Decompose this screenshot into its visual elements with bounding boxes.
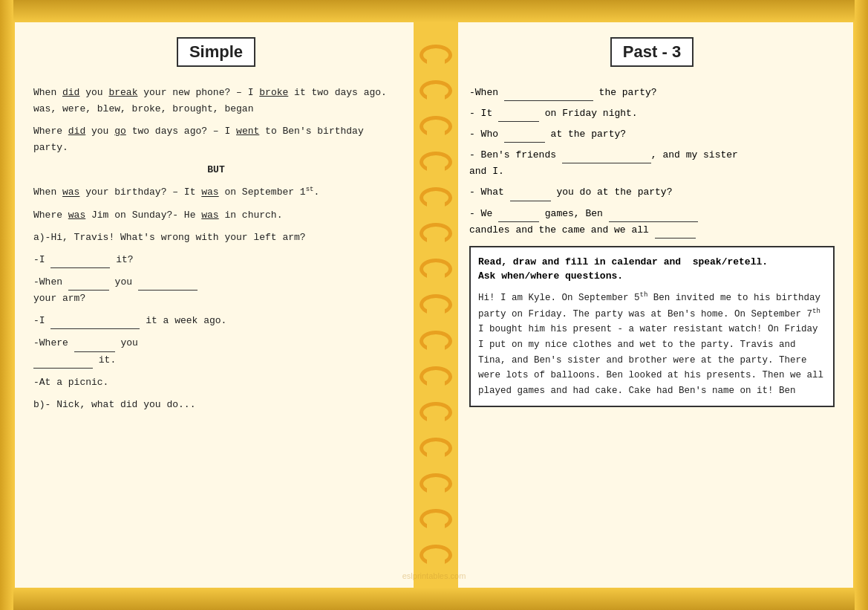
st-superscript: st xyxy=(306,186,314,193)
blank-r6 xyxy=(498,210,539,222)
left-p4: When was your birthday? – It was on Sept… xyxy=(33,184,399,201)
fill-line-3: - Who at the party? xyxy=(469,126,835,143)
left-p11: -At a picnic. xyxy=(33,374,399,391)
broke-underline: broke xyxy=(259,87,288,98)
right-title-box: Past - 3 xyxy=(610,37,694,67)
spiral-coil-5 xyxy=(420,187,452,208)
spiral-coil-11 xyxy=(420,402,452,423)
spiral-coil-13 xyxy=(420,473,452,494)
was4-underline: was xyxy=(201,210,218,221)
left-p5: Where was Jim on Sunday?- He was in chur… xyxy=(33,207,399,224)
blank-2 xyxy=(68,279,109,291)
spiral-coil-4 xyxy=(420,152,452,172)
spiral-coil-10 xyxy=(420,366,452,387)
blank-r7 xyxy=(609,210,698,222)
blank-r3 xyxy=(504,131,545,143)
blank-r1 xyxy=(504,89,593,101)
left-p7: -I it? xyxy=(33,252,399,268)
spiral-coil-15 xyxy=(420,545,452,565)
spiral-coil-9 xyxy=(420,331,452,351)
th1-superscript: th xyxy=(640,291,648,299)
blank-r2 xyxy=(498,110,539,122)
spiral-coil-14 xyxy=(420,509,452,530)
left-p12: b)- Nick, what did you do... xyxy=(33,397,399,413)
left-p1: When did you break your new phone? – I b… xyxy=(33,85,399,117)
page-container: Simple When did you break your new phone… xyxy=(0,0,868,610)
right-title: Past - 3 xyxy=(623,42,681,61)
fill-line-5: - What you do at the party? xyxy=(469,184,835,201)
fill-line-1: -When the party? xyxy=(469,85,835,101)
left-but: BUT xyxy=(33,162,399,178)
spiral-coil-3 xyxy=(420,116,452,137)
left-page: Simple When did you break your new phone… xyxy=(15,22,414,588)
spiral-coil-12 xyxy=(420,438,452,458)
read-draw-title: Read, draw and fill in calendar and spea… xyxy=(478,255,826,284)
left-p2: Where did you go two days ago? – I went … xyxy=(33,123,399,156)
break-underline: break xyxy=(108,87,137,98)
blank-1 xyxy=(50,256,110,268)
left-p10: -Where you it. xyxy=(33,335,399,368)
did2-underline: did xyxy=(68,126,85,137)
was2-underline: was xyxy=(201,187,218,198)
left-p9: -I it a week ago. xyxy=(33,313,399,329)
right-page: Past - 3 -When the party? - It on Friday… xyxy=(458,22,853,588)
went-underline: went xyxy=(236,126,259,137)
read-draw-box: Read, draw and fill in calendar and spea… xyxy=(469,246,835,408)
left-content: When did you break your new phone? – I b… xyxy=(33,85,399,413)
torn-left xyxy=(0,0,13,610)
spiral-coil-7 xyxy=(420,259,452,279)
torn-bottom xyxy=(0,588,868,610)
left-title-box: Simple xyxy=(177,37,255,67)
fill-section: -When the party? - It on Friday night. -… xyxy=(469,85,835,239)
read-draw-content: Hi! I am Kyle. On September 5th Ben invi… xyxy=(478,290,826,399)
was1-underline: was xyxy=(62,187,79,198)
did-underline: did xyxy=(62,87,79,98)
blank-6 xyxy=(33,357,93,369)
left-p6: a)-Hi, Travis! What's wrong with your le… xyxy=(33,230,399,246)
left-title: Simple xyxy=(189,42,243,61)
spiral-binding xyxy=(414,22,458,588)
fill-line-6: - We games, Ben candles and the came and… xyxy=(469,206,835,239)
torn-right xyxy=(855,0,868,610)
spiral-coil-6 xyxy=(420,223,452,244)
was3-underline: was xyxy=(68,210,85,221)
th2-superscript: th xyxy=(812,308,820,315)
blank-3 xyxy=(138,279,198,291)
right-title-wrap: Past - 3 xyxy=(469,37,835,76)
go-underline: go xyxy=(114,126,126,137)
blank-r4 xyxy=(562,152,651,163)
spiral-coil-2 xyxy=(420,80,452,101)
spiral-coil-1 xyxy=(420,45,452,65)
torn-top xyxy=(0,0,868,22)
left-p8: -When you your arm? xyxy=(33,274,399,307)
blank-r5 xyxy=(510,189,551,201)
content-area: Simple When did you break your new phone… xyxy=(15,22,853,588)
fill-line-2: - It on Friday night. xyxy=(469,106,835,122)
left-title-wrap: Simple xyxy=(33,37,399,76)
blank-5 xyxy=(74,340,115,352)
blank-r8 xyxy=(655,227,696,239)
fill-line-4: - Ben's friends , and my sisterand I. xyxy=(469,147,835,180)
blank-4 xyxy=(50,317,140,329)
spiral-coil-8 xyxy=(420,294,452,315)
